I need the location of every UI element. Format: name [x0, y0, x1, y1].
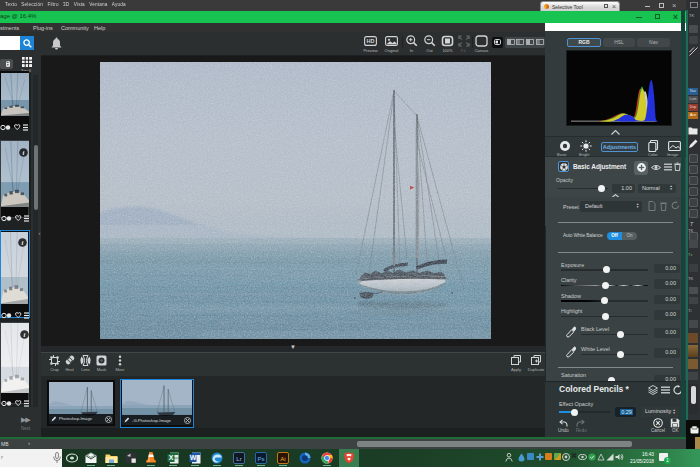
- svg-text:Ai: Ai: [280, 455, 285, 461]
- svg-text:i: i: [24, 331, 26, 338]
- svg-text:X: X: [169, 454, 174, 461]
- svg-text:i: i: [23, 149, 25, 156]
- svg-text:W: W: [190, 454, 197, 461]
- svg-text:Lr: Lr: [236, 455, 241, 461]
- svg-text:HD: HD: [367, 38, 375, 44]
- svg-text:i: i: [22, 239, 24, 246]
- svg-text:Ps: Ps: [257, 455, 264, 461]
